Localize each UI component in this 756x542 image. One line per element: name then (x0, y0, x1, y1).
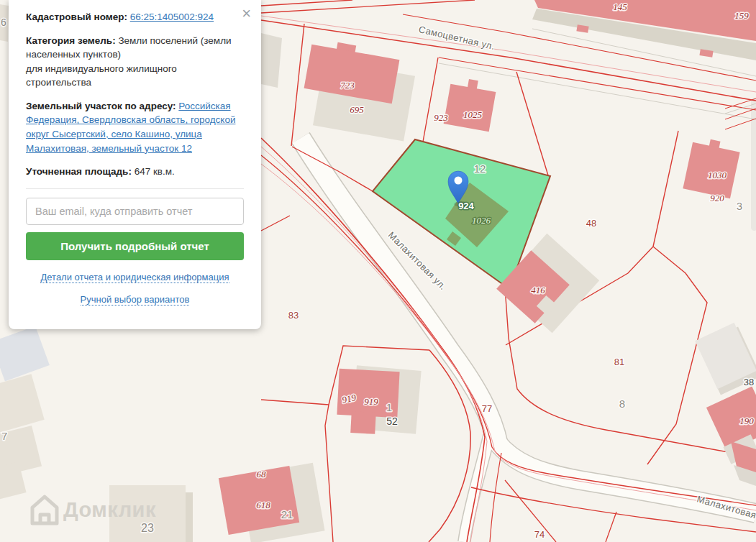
plot-number-23: 23 (141, 522, 154, 534)
plot-number-7: 7 (1, 430, 7, 442)
close-icon[interactable]: × (237, 4, 255, 23)
address-label: Земельный участок по адресу: (26, 101, 176, 111)
area-value: 647 кв.м. (135, 166, 175, 177)
report-details-link[interactable]: Детали отчета и юридическая информация (40, 272, 229, 283)
plot-number-81: 81 (614, 357, 624, 367)
building-number-723: 723 (340, 80, 355, 91)
building-1025 (444, 84, 496, 132)
area-label: Уточненная площадь: (26, 166, 132, 177)
plot-number-52: 52 (386, 415, 398, 427)
land-category-row: Категория земель: Земли поселений (земли… (26, 34, 244, 90)
plot-number-21: 21 (281, 508, 293, 520)
building-number-416: 416 (531, 285, 545, 295)
building-number-695: 695 (350, 104, 364, 115)
plot-number-6: 6 (1, 17, 6, 28)
plot-number-1: 1 (386, 401, 392, 413)
plot-number-48: 48 (586, 218, 596, 229)
cadastral-number-link[interactable]: 66:25:1405002:924 (130, 12, 214, 22)
plot-number-38: 38 (744, 377, 754, 387)
building-number-68: 68 (257, 469, 267, 479)
get-report-button[interactable]: Получить подробный отчет (26, 232, 244, 260)
pin-dot-icon (455, 177, 463, 185)
plot-number-83: 83 (288, 310, 299, 321)
parcel-info-panel: × Кадастровый номер: 66:25:1405002:924 К… (9, 0, 261, 329)
building-number-159: 159 (734, 10, 749, 21)
plot-number-74: 74 (534, 529, 545, 540)
marker-cadastral-label: 924 (458, 201, 474, 211)
email-input[interactable] (26, 198, 244, 225)
plot-number-77: 77 (482, 403, 492, 414)
divider (26, 188, 244, 189)
plot-number-3: 3 (737, 200, 742, 212)
cadastral-number-row: Кадастровый номер: 66:25:1405002:924 (26, 10, 244, 24)
building-number-618: 618 (256, 500, 270, 510)
building-number-1030: 1030 (708, 170, 727, 180)
plot-number-12: 12 (474, 162, 486, 175)
app-window: Самоцветная ул. Малахитовая ул. Малахито… (0, 0, 756, 542)
address-row: Земельный участок по адресу: Российская … (26, 99, 244, 155)
building-919-tab (350, 411, 376, 434)
land-category-label: Категория земель: (26, 35, 116, 46)
cadastral-number-label: Кадастровый номер: (26, 12, 127, 22)
watermark-text: Домклик (63, 498, 156, 521)
building-number-1026: 1026 (472, 215, 491, 226)
plot-number-8: 8 (619, 398, 625, 410)
building-number-190: 190 (739, 415, 754, 426)
building-number-923: 923 (434, 112, 448, 123)
building-number-145: 145 (613, 1, 627, 12)
land-category-extra: для индивидуального жилищного строительс… (26, 63, 177, 88)
area-row: Уточненная площадь: 647 кв.м. (26, 165, 244, 179)
building-number-920: 920 (710, 193, 724, 203)
building-number-1025: 1025 (463, 109, 483, 120)
manual-selection-link[interactable]: Ручной выбор вариантов (81, 294, 190, 306)
building-number-919b: 919 (364, 396, 378, 407)
